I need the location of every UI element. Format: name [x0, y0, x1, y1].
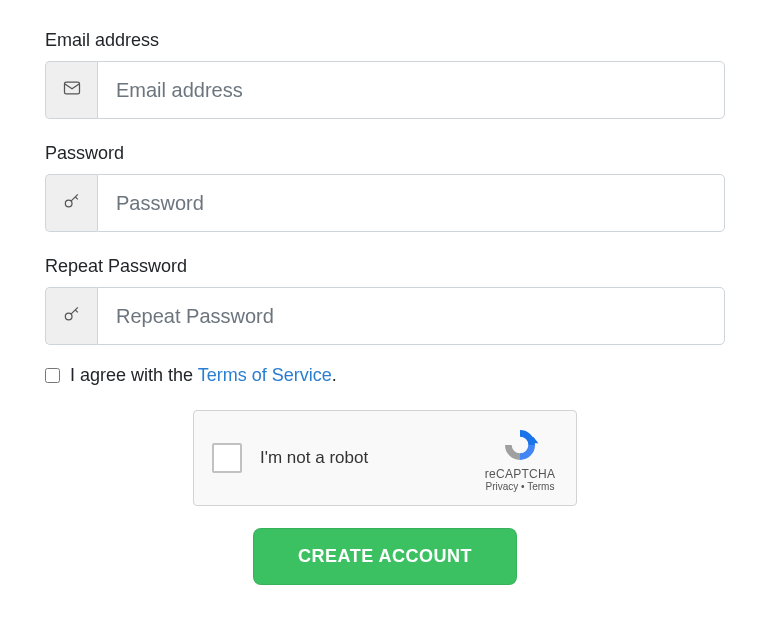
password-input[interactable]	[97, 174, 725, 232]
repeat-password-input[interactable]	[97, 287, 725, 345]
recaptcha-links: Privacy • Terms	[478, 481, 562, 492]
repeat-password-input-group	[45, 287, 725, 345]
terms-link[interactable]: Terms of Service	[198, 365, 332, 385]
email-addon	[45, 61, 97, 119]
key-icon	[62, 304, 82, 328]
key-icon	[62, 191, 82, 215]
agree-text: I agree with the Terms of Service.	[70, 365, 337, 386]
submit-row: CREATE ACCOUNT	[45, 528, 725, 585]
email-input-group	[45, 61, 725, 119]
agree-text-before: I agree with the	[70, 365, 198, 385]
repeat-password-addon	[45, 287, 97, 345]
create-account-button[interactable]: CREATE ACCOUNT	[253, 528, 517, 585]
svg-rect-0	[64, 82, 79, 94]
agree-checkbox[interactable]	[45, 368, 60, 383]
recaptcha-widget: I'm not a robot reCAPTCHA Privacy • Term…	[193, 410, 577, 506]
recaptcha-checkbox[interactable]	[212, 443, 242, 473]
password-input-group	[45, 174, 725, 232]
svg-line-3	[75, 197, 78, 200]
repeat-password-label: Repeat Password	[45, 256, 725, 277]
recaptcha-privacy-link[interactable]: Privacy	[486, 481, 519, 492]
recaptcha-brand-block: reCAPTCHA Privacy • Terms	[478, 425, 562, 492]
email-label: Email address	[45, 30, 725, 51]
mail-icon	[62, 78, 82, 102]
agree-text-after: .	[332, 365, 337, 385]
svg-line-6	[75, 310, 78, 313]
recaptcha-label: I'm not a robot	[260, 448, 478, 468]
password-addon	[45, 174, 97, 232]
agree-row: I agree with the Terms of Service.	[45, 365, 725, 386]
email-input[interactable]	[97, 61, 725, 119]
recaptcha-terms-link[interactable]: Terms	[527, 481, 554, 492]
recaptcha-icon	[478, 425, 562, 465]
recaptcha-separator: •	[518, 481, 527, 492]
svg-point-1	[65, 200, 72, 207]
recaptcha-brand: reCAPTCHA	[478, 467, 562, 481]
password-label: Password	[45, 143, 725, 164]
